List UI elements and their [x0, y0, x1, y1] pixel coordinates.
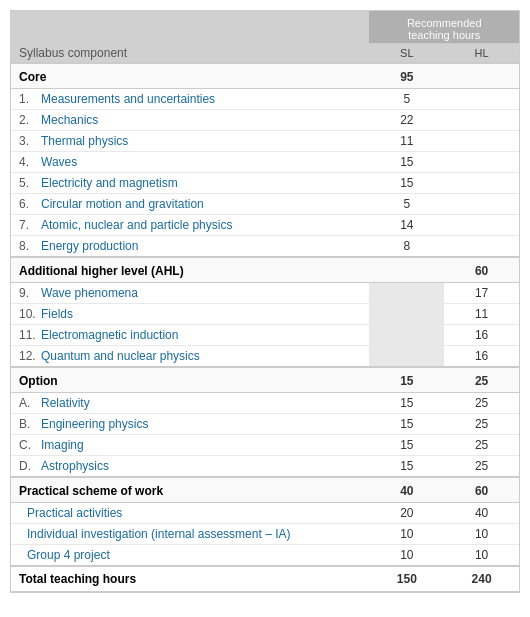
item-link[interactable]: Thermal physics: [41, 134, 128, 148]
total-label: Total teaching hours: [11, 566, 369, 592]
item-sl: 20: [369, 503, 444, 524]
table-row: 4.Waves15: [11, 152, 519, 173]
hl-header: HL: [444, 44, 519, 64]
table-row: 6.Circular motion and gravitation5: [11, 194, 519, 215]
item-hl: 17: [444, 283, 519, 304]
section-hl-ahl: 60: [444, 257, 519, 283]
item-number: 10.: [19, 307, 41, 321]
item-link[interactable]: Energy production: [41, 239, 138, 253]
item-cell: 8.Energy production: [11, 236, 369, 258]
item-cell: 7.Atomic, nuclear and particle physics: [11, 215, 369, 236]
item-link[interactable]: Individual investigation (internal asses…: [27, 527, 290, 541]
item-cell: 2.Mechanics: [11, 110, 369, 131]
item-number: C.: [19, 438, 41, 452]
section-title-ahl: Additional higher level (AHL): [11, 257, 369, 283]
item-link[interactable]: Waves: [41, 155, 77, 169]
table-row: D.Astrophysics1525: [11, 456, 519, 478]
item-sl: 11: [369, 131, 444, 152]
item-cell: 9.Wave phenomena: [11, 283, 369, 304]
item-cell: 11.Electromagnetic induction: [11, 325, 369, 346]
table-row: 8.Energy production8: [11, 236, 519, 258]
item-sl: 5: [369, 194, 444, 215]
item-cell: 3.Thermal physics: [11, 131, 369, 152]
table-row: 10.Fields11: [11, 304, 519, 325]
table-row: Practical activities2040: [11, 503, 519, 524]
table-row: 9.Wave phenomena17: [11, 283, 519, 304]
item-link[interactable]: Relativity: [41, 396, 90, 410]
item-sl: 14: [369, 215, 444, 236]
section-sl-option: 15: [369, 367, 444, 393]
item-number: 8.: [19, 239, 41, 253]
teaching-hours-header: Recommended teaching hours: [369, 11, 519, 44]
item-sl: 10: [369, 545, 444, 567]
item-hl: [444, 152, 519, 173]
section-sl-practical: 40: [369, 477, 444, 503]
item-number: D.: [19, 459, 41, 473]
item-link[interactable]: Wave phenomena: [41, 286, 138, 300]
item-sl: 5: [369, 89, 444, 110]
item-link[interactable]: Practical activities: [27, 506, 122, 520]
item-hl: [444, 215, 519, 236]
item-link[interactable]: Quantum and nuclear physics: [41, 349, 200, 363]
item-sl: [369, 325, 444, 346]
section-hl-core: [444, 63, 519, 89]
syllabus-table: Syllabus component Recommended teaching …: [10, 10, 520, 593]
section-header-ahl: Additional higher level (AHL)60: [11, 257, 519, 283]
section-sl-ahl: [369, 257, 444, 283]
section-hl-option: 25: [444, 367, 519, 393]
section-header-core: Core95: [11, 63, 519, 89]
item-hl: 11: [444, 304, 519, 325]
table-row: A.Relativity1525: [11, 393, 519, 414]
item-link[interactable]: Imaging: [41, 438, 84, 452]
item-hl: 40: [444, 503, 519, 524]
table-row: B.Engineering physics1525: [11, 414, 519, 435]
item-hl: 25: [444, 393, 519, 414]
item-link[interactable]: Atomic, nuclear and particle physics: [41, 218, 232, 232]
table-row: 1.Measurements and uncertainties5: [11, 89, 519, 110]
item-hl: [444, 89, 519, 110]
item-hl: 10: [444, 545, 519, 567]
item-cell: A.Relativity: [11, 393, 369, 414]
item-link[interactable]: Group 4 project: [27, 548, 110, 562]
item-link[interactable]: Measurements and uncertainties: [41, 92, 215, 106]
syllabus-header: Syllabus component: [11, 11, 369, 63]
section-title-practical: Practical scheme of work: [11, 477, 369, 503]
item-number: 3.: [19, 134, 41, 148]
item-sl: [369, 304, 444, 325]
item-link[interactable]: Fields: [41, 307, 73, 321]
item-cell: B.Engineering physics: [11, 414, 369, 435]
item-cell: 12.Quantum and nuclear physics: [11, 346, 369, 368]
item-hl: [444, 131, 519, 152]
item-link[interactable]: Engineering physics: [41, 417, 148, 431]
total-hl: 240: [444, 566, 519, 592]
item-cell: D.Astrophysics: [11, 456, 369, 478]
item-sl: 22: [369, 110, 444, 131]
item-sl: 15: [369, 393, 444, 414]
item-hl: 25: [444, 456, 519, 478]
section-hl-practical: 60: [444, 477, 519, 503]
item-sl: 15: [369, 152, 444, 173]
item-hl: [444, 194, 519, 215]
item-number: A.: [19, 396, 41, 410]
item-link[interactable]: Mechanics: [41, 113, 98, 127]
sl-header: SL: [369, 44, 444, 64]
item-cell: Practical activities: [11, 503, 369, 524]
item-number: 6.: [19, 197, 41, 211]
table-row: Individual investigation (internal asses…: [11, 524, 519, 545]
table-row: 2.Mechanics22: [11, 110, 519, 131]
item-cell: 10.Fields: [11, 304, 369, 325]
table-row: 5.Electricity and magnetism15: [11, 173, 519, 194]
item-link[interactable]: Electromagnetic induction: [41, 328, 178, 342]
item-sl: 15: [369, 173, 444, 194]
section-title-core: Core: [11, 63, 369, 89]
item-number: 7.: [19, 218, 41, 232]
item-link[interactable]: Electricity and magnetism: [41, 176, 178, 190]
item-cell: Group 4 project: [11, 545, 369, 567]
item-link[interactable]: Astrophysics: [41, 459, 109, 473]
item-sl: [369, 346, 444, 368]
section-title-option: Option: [11, 367, 369, 393]
table-row: 3.Thermal physics11: [11, 131, 519, 152]
item-sl: 15: [369, 435, 444, 456]
item-link[interactable]: Circular motion and gravitation: [41, 197, 204, 211]
item-cell: Individual investigation (internal asses…: [11, 524, 369, 545]
